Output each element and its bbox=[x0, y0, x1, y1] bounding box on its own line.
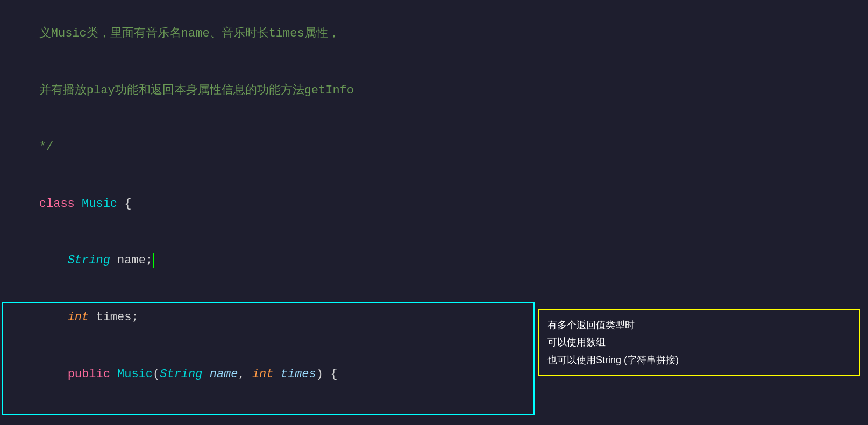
type-string-2: String bbox=[160, 368, 202, 381]
keyword-int-2: int bbox=[252, 368, 274, 381]
keyword-public-1: public bbox=[68, 368, 110, 381]
code-line-2: 并有播放play功能和返回本身属性信息的功能方法getInfo bbox=[11, 62, 857, 119]
code-line-5: String name; bbox=[11, 232, 857, 289]
code-line-1: 义Music类，里面有音乐名name、音乐时长times属性， bbox=[11, 5, 857, 62]
comment-end: */ bbox=[39, 140, 53, 154]
keyword-class: class bbox=[39, 197, 75, 211]
code-editor: 义Music类，里面有音乐名name、音乐时长times属性， 并有播放play… bbox=[0, 0, 868, 425]
comment-text-2: 并有播放play功能和返回本身属性信息的功能方法getInfo bbox=[39, 84, 354, 97]
annotation-line-1: 有多个返回值类型时 bbox=[547, 316, 851, 334]
keyword-int-1: int bbox=[68, 311, 89, 324]
param-name-1: name bbox=[210, 368, 238, 381]
text-cursor bbox=[153, 253, 154, 267]
annotation-box: 有多个返回值类型时 可以使用数组 也可以使用String (字符串拼接) bbox=[538, 309, 860, 376]
type-string-1: String bbox=[68, 254, 110, 267]
class-name-music: Music bbox=[82, 197, 117, 211]
annotation-line-2: 可以使用数组 bbox=[547, 334, 851, 351]
code-line-4: class Music { bbox=[11, 176, 857, 233]
comment-text-1: 义Music类，里面有音乐名name、音乐时长times属性， bbox=[39, 27, 340, 40]
param-times-1: times bbox=[281, 368, 316, 381]
constructor-name: Music bbox=[117, 368, 153, 381]
code-line-8: this.name = name; bbox=[11, 402, 857, 425]
annotation-line-3: 也可以使用String (字符串拼接) bbox=[547, 351, 851, 369]
cursor-area: name; bbox=[110, 254, 154, 267]
code-line-3: */ bbox=[11, 119, 857, 176]
